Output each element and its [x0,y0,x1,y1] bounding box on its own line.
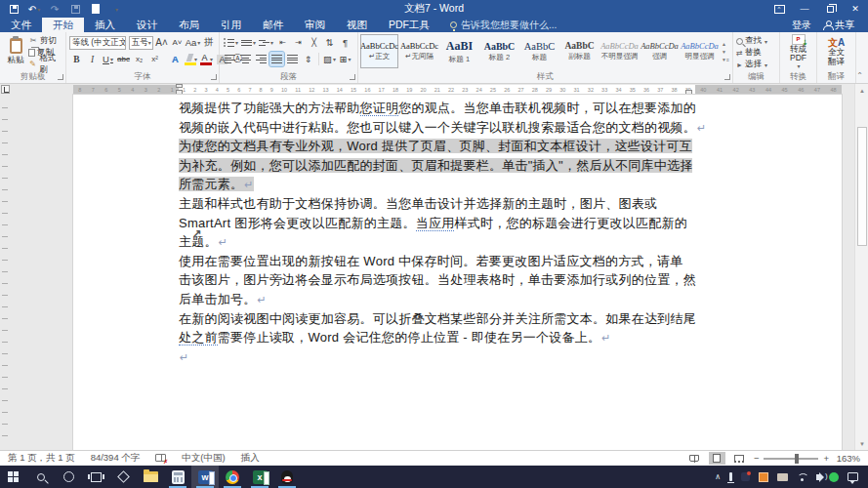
convert-to-pdf-button[interactable]: P 转成PDF ▾ [780,32,816,70]
taskbar-start-icon[interactable] [0,466,27,488]
change-case-button[interactable]: Aa▾ [186,35,200,50]
web-layout-button[interactable] [731,452,748,465]
zoom-track[interactable] [764,458,818,460]
decrease-indent-button[interactable]: ⇤ [275,35,290,50]
styles-scroll-up-icon[interactable]: ▲ [722,41,729,47]
folder-tray-icon[interactable] [777,473,788,481]
taskbar-3d-viewer-icon[interactable] [109,466,137,488]
proofing-icon[interactable] [147,453,174,464]
font-dialog-launcher[interactable] [211,74,217,80]
taskbar-word-icon[interactable]: w [191,466,219,488]
grow-font-button[interactable]: A˄ [154,35,169,50]
subscript-button[interactable]: x₂ [132,52,146,66]
strikethrough-button[interactable]: abc [116,52,131,66]
highlight-color-button[interactable]: ▾ [184,52,198,66]
paste-button[interactable]: 粘贴 [3,34,28,69]
style-item[interactable]: AaBI标题 1 [440,34,478,68]
sign-in-link[interactable]: 登录 [792,19,811,32]
numbering-button[interactable]: ▾ [240,35,257,50]
tab-pdf-tools[interactable]: PDF工具 [378,18,440,32]
tab-references[interactable]: 引用 [210,18,252,32]
document-line[interactable]: 使用在需要位置出现的新按钮在 Word 中保存时间。若要更改图片适应文档的方式，… [179,252,698,271]
line-spacing-button[interactable]: ⇕ [301,52,315,66]
scroll-down-icon[interactable]: ▼ [855,437,868,450]
tab-stop-selector[interactable] [1,85,10,94]
green-app-icon[interactable] [829,472,839,482]
document-line[interactable]: 在新的阅读视图中阅读更加容易。可以折叠文档某些部分并关注所需文本。如果在达到结尾 [179,309,698,329]
find-button[interactable]: 查找▾ [736,35,776,47]
format-painter-button[interactable]: ✎ 格式刷 [28,59,62,69]
collapse-ribbon-icon[interactable]: ⌃ [856,71,863,80]
orange-app-icon[interactable] [759,472,768,482]
vertical-scrollbar[interactable]: ▲ ▼ [854,84,868,450]
paragraph-dialog-launcher[interactable] [350,74,355,80]
sort-button[interactable]: ⇅ [322,35,337,50]
document-line[interactable]: 视频的嵌入代码中进行粘贴。您也可以键入一个关键字以联机搜索最适合您的文档的视频。… [179,118,698,138]
replace-button[interactable]: ⇄ 替换 [736,47,776,59]
taskbar-file-explorer-icon[interactable] [137,466,164,488]
tab-insert[interactable]: 插入 [84,18,126,32]
document-line[interactable]: 为使您的文档具有专业外观，Word 提供了页眉、页脚、封面和文本框设计，这些设计… [179,137,698,156]
tab-review[interactable]: 审阅 [294,18,336,32]
asian-layout-button[interactable]: ╳ [307,35,321,50]
taskbar-search-icon[interactable] [27,466,55,488]
align-left-button[interactable] [223,52,237,66]
insert-mode-indicator[interactable]: 插入 [233,452,268,465]
clipboard-dialog-launcher[interactable] [58,74,63,80]
tab-home[interactable]: 开始 [42,18,84,32]
underline-button[interactable]: U▾ [101,52,115,66]
zoom-thumb[interactable] [795,454,799,464]
scrollbar-thumb[interactable] [857,127,867,246]
document-line[interactable]: 处之前需要停止读取，Word 会记住您的停止位置 - 即使在另一个设备上。↵ [179,328,698,347]
document-line[interactable]: SmartArt 图形将会更改以匹配新的主题。当应用样式时，您的标题会进行更改以… [179,214,698,233]
font-name-combo[interactable]: 等线 (中文正文▾ [69,36,126,50]
document-page[interactable]: 视频提供了功能强大的方法帮助您证明您的观点。当您单击联机视频时，可以在想要添加的… [73,95,842,450]
shading-button[interactable]: ▨▾ [322,52,337,66]
zoom-in-button[interactable]: + [823,453,829,464]
show-marks-button[interactable]: ¶ [338,35,352,50]
document-line[interactable]: 主题和样式也有助于文档保持协调。当您单击设计并选择新的主题时，图片、图表或 [179,194,698,214]
tab-layout[interactable]: 布局 [168,18,210,32]
taskbar-chrome-icon[interactable] [219,466,246,488]
share-button[interactable]: 共享 [823,19,854,32]
style-item[interactable]: AaBbC副标题 [560,34,599,68]
document-line[interactable]: 为补充。例如，您可以添加匹配的封面、页眉和提要栏。单击"插入"，然后从不同库中选… [179,156,698,176]
page-indicator[interactable]: 第 1 页，共 1 页 [0,452,83,465]
zoom-level[interactable]: 163% [835,453,860,464]
style-item[interactable]: AaBbCcDa明显强调 [681,34,719,68]
taskbar-qq-icon[interactable] [273,466,301,488]
select-button[interactable]: ► 选择▾ [736,59,776,70]
align-right-button[interactable] [254,52,269,66]
styles-more-icon[interactable]: ▼≡ [722,57,729,62]
taskbar-task-view-icon[interactable] [82,466,109,488]
tell-me-box[interactable]: 告诉我您想要做什么... [440,18,557,32]
language-indicator[interactable]: 中文(中国) [174,452,232,465]
font-color-button[interactable]: A▾ [199,52,214,66]
messenger-icon[interactable] [741,472,750,481]
horizontal-ruler[interactable]: 87654321 1234567891011121314151617181920… [0,84,868,95]
document-line[interactable]: 视频提供了功能强大的方法帮助您证明您的观点。当您单击联机视频时，可以在想要添加的 [179,99,698,118]
justify-button[interactable] [269,52,284,66]
document-line[interactable]: 后单击加号。↵ [179,290,698,309]
distribute-button[interactable] [285,52,300,66]
tab-view[interactable]: 视图 [336,18,378,32]
bold-button[interactable]: B [69,52,84,66]
style-item[interactable]: AaBbCcDc↵无间隔 [400,34,438,68]
tab-file[interactable]: 文件 [0,18,42,32]
phonetic-guide-button[interactable]: 拼 [201,35,216,50]
styles-dialog-launcher[interactable] [724,74,730,80]
volume-icon[interactable] [816,474,820,480]
shrink-font-button[interactable]: A˅ [170,35,185,50]
document-line[interactable]: 所需元素。↵ [179,175,698,194]
styles-scroll-down-icon[interactable]: ▼ [722,49,729,55]
taskbar-excel-icon[interactable]: x [246,466,273,488]
increase-indent-button[interactable]: ⇥ [291,35,306,50]
font-size-combo[interactable]: 五号▾ [129,36,153,50]
scroll-up-icon[interactable]: ▲ [855,84,868,97]
document-text[interactable]: 视频提供了功能强大的方法帮助您证明您的观点。当您单击联机视频时，可以在想要添加的… [179,99,698,366]
wifi-icon[interactable] [797,473,807,481]
first-line-indent-marker[interactable] [176,84,183,88]
cut-button[interactable]: ✂ 剪切 [28,35,62,46]
document-line[interactable]: 击该图片，图片旁边将会显示布局选项按钮。当处理表格时，单击要添加行或列的位置，然 [179,270,698,290]
translate-button[interactable]: 文A 全文 翻译 [817,32,855,70]
